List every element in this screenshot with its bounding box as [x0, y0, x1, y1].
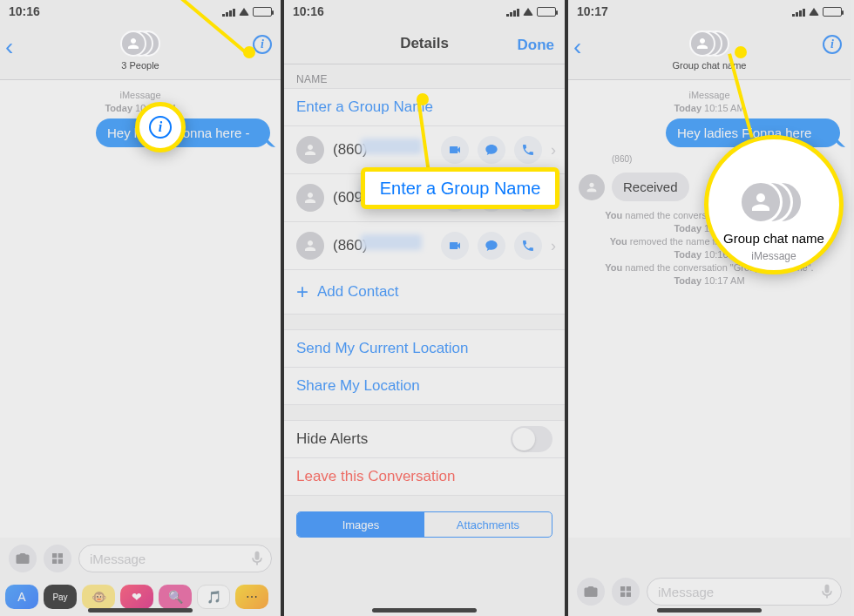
home-indicator[interactable] [372, 608, 477, 613]
leave-conversation-button[interactable]: Leave this Conversation [284, 457, 565, 496]
more-chip[interactable]: ⋯ [235, 585, 268, 609]
cellular-icon [792, 7, 805, 17]
back-button[interactable]: ‹ [573, 33, 581, 61]
microphone-icon [818, 583, 836, 600]
message-placeholder: iMessage [658, 585, 714, 599]
memoji-chip[interactable]: 🐵 [82, 585, 115, 609]
sent-message[interactable]: Hey ladies Fionna here [666, 118, 840, 147]
digital-touch-chip[interactable]: ❤ [120, 585, 153, 609]
add-contact-button[interactable]: +Add Contact [284, 269, 565, 315]
system-timestamp: Today 10:15 AM [568, 103, 851, 113]
camera-button[interactable] [577, 578, 605, 606]
microphone-icon [248, 550, 266, 567]
cellular-icon [506, 7, 519, 17]
status-bar: 10:16 [0, 0, 281, 23]
seg-attachments[interactable]: Attachments [424, 512, 552, 537]
system-event-time: Today 10:17 AM [568, 275, 851, 286]
call-button[interactable] [514, 184, 542, 212]
group-name-placeholder: Enter a Group Name [296, 98, 433, 116]
contact-row[interactable]: (860) › [284, 125, 565, 174]
wifi-icon [809, 8, 819, 16]
status-bar: 10:16 [284, 0, 565, 23]
apps-button[interactable] [612, 578, 640, 606]
system-timestamp: Today 10:15 AM [0, 103, 281, 113]
clock: 10:17 [577, 4, 608, 18]
music-chip[interactable]: 🎵 [197, 585, 230, 609]
group-avatar[interactable] [120, 29, 160, 58]
system-event-time: Today 10:15 AM [568, 223, 851, 234]
video-call-button[interactable] [441, 184, 469, 212]
header-title: 3 People [121, 60, 159, 71]
system-event: You removed the name from this conversat… [568, 236, 851, 247]
message-button[interactable] [478, 232, 505, 260]
message-placeholder: iMessage [90, 552, 146, 566]
input-area: iMessage A Pay 🐵 ❤ 🔍 🎵 ⋯ [0, 539, 281, 616]
back-button[interactable]: ‹ [5, 33, 13, 61]
send-location-button[interactable]: Send My Current Location [284, 329, 565, 368]
contact-avatar-icon [296, 136, 324, 164]
info-button[interactable]: i [823, 35, 842, 54]
info-icon: i [823, 35, 842, 54]
contact-row[interactable]: (860) › [284, 221, 565, 270]
name-section-label: NAME [284, 64, 565, 89]
sender-avatar-icon [579, 174, 605, 200]
video-call-button[interactable] [441, 136, 469, 164]
home-indicator[interactable] [657, 608, 762, 613]
contact-row[interactable]: (609) › [284, 173, 565, 222]
details-title: Details [400, 35, 449, 52]
sent-message[interactable]: Hey ladies Fionna here - [96, 118, 270, 147]
seg-images[interactable]: Images [297, 512, 424, 537]
apple-pay-chip[interactable]: Pay [44, 585, 77, 609]
battery-icon [253, 7, 272, 17]
chevron-right-icon: › [551, 189, 556, 207]
camera-button[interactable] [9, 545, 37, 572]
images-chip[interactable]: 🔍 [159, 585, 192, 609]
sender-number: (860) [612, 154, 851, 164]
message-button[interactable] [478, 136, 505, 164]
info-icon: i [253, 35, 272, 54]
system-label: iMessage [568, 90, 851, 100]
header-title: Group chat name [673, 60, 747, 71]
contact-avatar-icon [296, 184, 324, 212]
home-indicator[interactable] [88, 608, 193, 613]
battery-icon [537, 7, 556, 17]
group-name-input[interactable]: Enter a Group Name [284, 88, 565, 126]
system-event-time: Today 10:16 AM [568, 249, 851, 260]
cellular-icon [222, 7, 235, 17]
battery-icon [823, 7, 842, 17]
done-button[interactable]: Done [518, 37, 555, 54]
message-button[interactable] [478, 184, 505, 212]
received-message[interactable]: Received [612, 173, 689, 201]
message-input[interactable]: iMessage [78, 545, 272, 572]
group-avatar[interactable] [689, 29, 729, 58]
contact-avatar-icon [296, 232, 324, 260]
clock: 10:16 [293, 4, 324, 18]
system-label: iMessage [0, 90, 281, 100]
call-button[interactable] [514, 232, 542, 260]
segmented-control[interactable]: Images Attachments [296, 511, 552, 538]
hide-alerts-toggle[interactable] [511, 426, 552, 452]
apps-button[interactable] [44, 545, 71, 572]
video-call-button[interactable] [441, 232, 469, 260]
clock: 10:16 [9, 4, 40, 18]
wifi-icon [523, 8, 533, 16]
system-event: You named the conversation "Group chat n… [568, 262, 851, 273]
conversation-body: iMessage Today 10:15 AM Hey ladies Fionn… [0, 80, 281, 538]
chevron-right-icon: › [551, 237, 556, 255]
info-button[interactable]: i [253, 35, 272, 54]
share-location-button[interactable]: Share My Location [284, 367, 565, 405]
details-header: Details Done [284, 23, 565, 64]
call-button[interactable] [514, 136, 542, 164]
message-input[interactable]: iMessage [647, 578, 842, 606]
chevron-right-icon: › [551, 141, 556, 159]
hide-alerts-row: Hide Alerts [284, 420, 565, 458]
system-event: You named the conversation "Group chat n… [568, 210, 851, 220]
plus-icon: + [296, 280, 308, 304]
input-area: iMessage [568, 567, 851, 616]
app-store-chip[interactable]: A [5, 585, 38, 609]
conversation-header: ‹ 3 People i [0, 23, 281, 80]
wifi-icon [239, 8, 249, 16]
conversation-body: iMessage Today 10:15 AM Hey ladies Fionn… [568, 80, 851, 538]
conversation-header: ‹ Group chat name i [568, 23, 851, 80]
status-bar: 10:17 [568, 0, 851, 23]
